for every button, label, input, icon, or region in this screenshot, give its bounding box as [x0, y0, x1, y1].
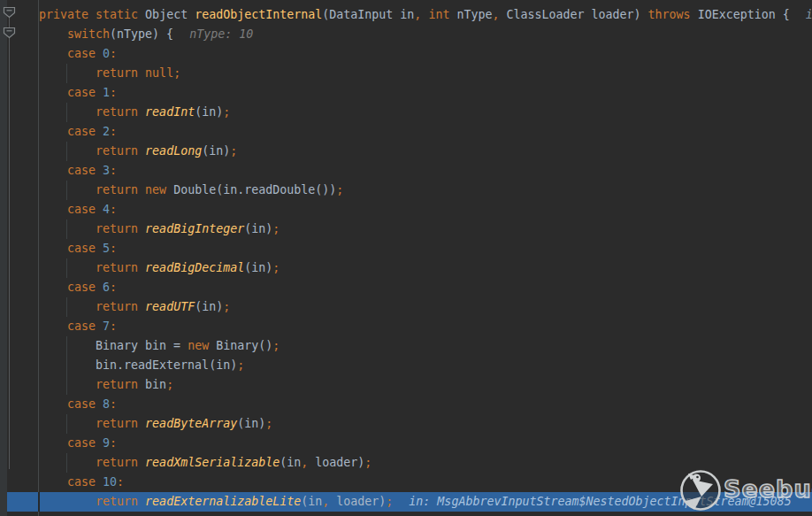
code-line[interactable]: case 1: — [0, 83, 812, 103]
code-area: private static Object readObjectInternal… — [0, 5, 812, 512]
code-line[interactable]: return readUTF(in); — [0, 297, 812, 317]
code-line[interactable]: return readByteArray(in); — [0, 414, 812, 434]
code-line[interactable]: return new Double(in.readDouble()); — [0, 181, 812, 200]
code-line[interactable]: return bin; — [0, 375, 812, 395]
code-line[interactable]: return readInt(in); — [0, 103, 812, 122]
code-line[interactable]: return readBigDecimal(in); — [0, 258, 812, 278]
gutter-separator-notch — [38, 492, 40, 512]
code-line[interactable]: case 6: — [0, 278, 812, 297]
code-line[interactable]: case 3: — [0, 161, 812, 181]
code-line[interactable]: case 9: — [0, 434, 812, 453]
inline-debug-hint: i — [806, 5, 812, 25]
code-line[interactable]: Binary bin = new Binary(); — [0, 336, 812, 356]
code-line[interactable]: switch(nType) {nType: 10 — [0, 25, 812, 44]
fold-collapse-icon[interactable] — [3, 6, 16, 19]
fold-collapse-icon[interactable] — [3, 27, 16, 39]
code-line[interactable]: bin.readExternal(in); — [0, 356, 812, 375]
code-line[interactable]: case 4: — [0, 200, 812, 219]
code-line[interactable]: return readLong(in); — [0, 142, 812, 161]
code-line[interactable]: case 7: — [0, 317, 812, 336]
seebug-watermark-text: Seebug — [724, 475, 812, 503]
code-editor: private static Object readObjectInternal… — [0, 0, 812, 516]
gutter-separator — [38, 0, 39, 516]
seebug-bird-icon — [677, 467, 724, 516]
code-line[interactable]: return null; — [0, 64, 812, 83]
code-line[interactable]: case 0: — [0, 44, 812, 64]
inline-debug-hint: nType: 10 — [189, 25, 253, 44]
code-line[interactable]: case 5: — [0, 239, 812, 258]
code-line[interactable]: case 8: — [0, 395, 812, 414]
code-line[interactable]: return readBigInteger(in); — [0, 219, 812, 239]
code-line[interactable]: private static Object readObjectInternal… — [0, 5, 812, 25]
code-line[interactable]: case 2: — [0, 122, 812, 142]
